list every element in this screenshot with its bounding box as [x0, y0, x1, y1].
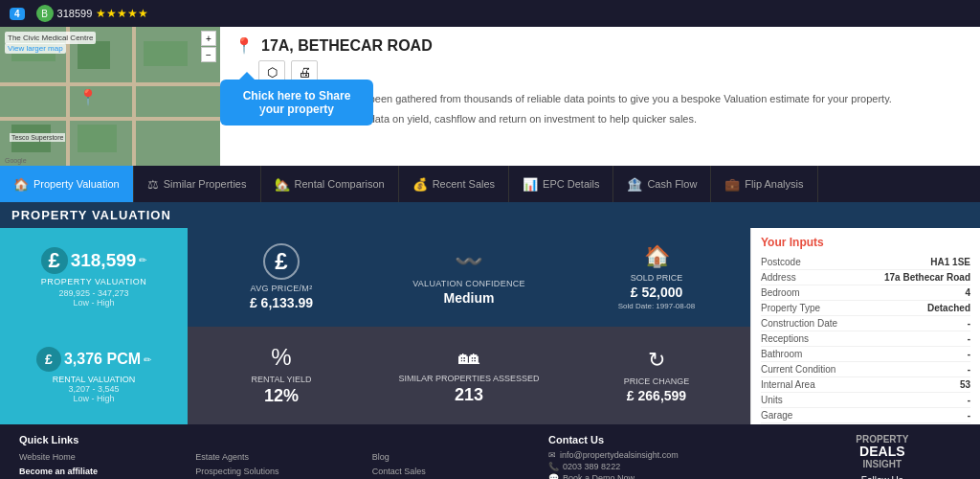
price-change-icon: ↻: [648, 348, 665, 373]
tab-cash-flow-label: Cash Flow: [647, 178, 697, 190]
inputs-field-bathroom: Bathroom -: [761, 347, 970, 362]
postcode-label: Postcode: [761, 257, 801, 267]
receptions-value: -: [968, 333, 970, 344]
sold-date: Sold Date: 1997-08-08: [618, 302, 696, 310]
brand-name2: DEALS: [804, 445, 961, 459]
arrow-up-icon: ↑: [256, 96, 266, 118]
tab-rental-comparison-label: Rental Comparison: [295, 178, 385, 190]
sold-house-icon: 🏠: [644, 244, 670, 269]
tab-similar-properties[interactable]: ⚖ Similar Properties: [134, 166, 261, 202]
footer-col2: Estate Agents Prospecting Solutions Prop…: [195, 434, 352, 479]
footer-link-estate[interactable]: Estate Agents: [195, 450, 352, 465]
avg-pound-icon: £: [263, 243, 300, 280]
confidence-label: VALUATION CONFIDENCE: [412, 279, 525, 288]
property-info-panel: 📍 17A, BETHECAR ROAD ⬡ 🖨 ↑ Chick here to…: [220, 27, 980, 166]
tab-recent-sales-label: Recent Sales: [433, 178, 495, 190]
footer-link-contact-sales[interactable]: Contact Sales: [372, 465, 529, 479]
contact-demo[interactable]: 💬 Book a Demo Now: [548, 473, 785, 479]
rental-yield-card: % RENTAL YIELD 12%: [188, 327, 375, 425]
similar-label: SIMILAR PROPERTIES ASSESSED: [399, 374, 540, 383]
tab-cash-flow[interactable]: 🏦 Cash Flow: [613, 166, 711, 202]
phone-value: 0203 389 8222: [563, 462, 620, 471]
inputs-field-units: Units -: [761, 393, 970, 408]
pv-range: 289,925 - 347,273: [58, 288, 128, 298]
rv-low-high: Low - High: [73, 394, 114, 403]
address-label: Address: [761, 272, 796, 283]
construction-label: Construction Date: [761, 318, 837, 329]
condition-label: Current Condition: [761, 364, 835, 375]
id-item: B 318599 ★★★★★: [36, 5, 149, 22]
tab-epc-details[interactable]: 📊 EPC Details: [509, 166, 613, 202]
epc-icon: 📊: [523, 177, 538, 192]
footer-link-website[interactable]: Website Home: [19, 450, 176, 465]
footer-col3: Blog Contact Sales Policies Press Data S…: [372, 434, 529, 479]
footer-link-prospecting[interactable]: Prospecting Solutions: [195, 465, 352, 479]
yield-value: 12%: [264, 386, 299, 406]
email-value: info@propertydealsinsight.com: [560, 450, 679, 460]
map-pin: 📍: [78, 87, 98, 105]
yield-label: RENTAL YIELD: [252, 375, 312, 384]
footer-col3-title: [372, 434, 529, 445]
tab-recent-sales[interactable]: 💰 Recent Sales: [399, 166, 509, 202]
green-badge: B: [36, 5, 54, 22]
email-icon: ✉: [548, 450, 556, 460]
confidence-value: Medium: [444, 290, 495, 306]
map-container[interactable]: 📍 The Civic Medical Centre View larger m…: [0, 27, 220, 166]
property-address: 17A, BETHECAR ROAD: [261, 37, 433, 55]
rv-range: 3,207 - 3,545: [68, 384, 119, 394]
tab-similar-properties-label: Similar Properties: [164, 178, 247, 190]
rv-value-row: £ 3,376 PCM ✏: [36, 347, 151, 372]
address-row: 📍 17A, BETHECAR ROAD: [234, 36, 966, 55]
rv-label: RENTAL VALUATION: [53, 375, 136, 384]
tab-property-valuation[interactable]: 🏠 Property Valuation: [0, 166, 134, 202]
footer-brand: PROPERTY DEALS INSIGHT Follow Us f t in …: [804, 434, 961, 479]
demo-value: Book a Demo Now: [563, 473, 635, 479]
map-controls[interactable]: + −: [201, 31, 216, 62]
pv-value: 318,599: [71, 250, 137, 271]
view-larger-map-link[interactable]: View larger map: [5, 43, 66, 54]
garage-value: -: [968, 410, 970, 421]
internal-label: Internal Area: [761, 379, 815, 390]
tab-flip-analysis[interactable]: 💼 Flip Analysis: [711, 166, 817, 202]
badge-item: 4: [10, 8, 25, 20]
cash-flow-icon: 🏦: [627, 177, 642, 192]
rv-value: 3,376 PCM: [64, 351, 141, 368]
construction-value: -: [968, 318, 970, 329]
internal-value: 53: [960, 379, 970, 390]
zoom-out-btn[interactable]: −: [201, 47, 216, 62]
follow-us-label: Follow Us: [804, 475, 961, 479]
avg-value-row: £ 6,133.99: [250, 295, 313, 310]
inputs-field-parking: Parking -: [761, 423, 970, 424]
pv-edit-icon[interactable]: ✏: [139, 255, 146, 265]
zoom-in-btn[interactable]: +: [201, 31, 216, 46]
footer-col2-title: [195, 434, 352, 445]
inputs-field-construction: Construction Date -: [761, 316, 970, 331]
garage-label: Garage: [761, 410, 792, 421]
brand-logo: PROPERTY DEALS INSIGHT: [804, 434, 961, 469]
footer-link-affiliate[interactable]: Become an affiliate: [19, 465, 176, 479]
navigation-tabs: 🏠 Property Valuation ⚖ Similar Propertie…: [0, 166, 980, 202]
inputs-field-internal: Internal Area 53: [761, 377, 970, 393]
rv-edit-icon[interactable]: ✏: [144, 354, 151, 365]
contact-phone[interactable]: 📞 0203 389 8222: [548, 462, 785, 471]
main-content-area: £ 318,599 ✏ PROPERTY VALUATION 289,925 -…: [0, 228, 980, 424]
your-inputs-title: Your Inputs: [761, 236, 970, 249]
inputs-field-proptype: Property Type Detached: [761, 301, 970, 316]
confidence-icon: 〰️: [455, 248, 483, 275]
inputs-field-postcode: Postcode HA1 1SE: [761, 255, 970, 270]
contact-email[interactable]: ✉ info@propertydealsinsight.com: [548, 450, 785, 460]
tab-flip-analysis-label: Flip Analysis: [745, 178, 803, 190]
footer-link-blog[interactable]: Blog: [372, 450, 529, 465]
tab-rental-comparison[interactable]: 🏡 Rental Comparison: [261, 166, 399, 202]
condition-value: -: [968, 364, 970, 375]
google-label: Google: [5, 157, 27, 164]
property-valuation-icon: 🏠: [13, 177, 29, 192]
pv-label: PROPERTY VALUATION: [41, 277, 146, 286]
price-change-card: ↻ PRICE CHANGE £ 266,599: [563, 327, 750, 425]
pv-pound-icon: £: [41, 247, 68, 274]
share-tooltip[interactable]: Chick here to Share your property: [220, 80, 373, 125]
rv-pound-icon: £: [36, 347, 61, 372]
map-property-section: 📍 The Civic Medical Centre View larger m…: [0, 27, 980, 166]
avg-price-card: £ AVG PRICE/M² £ 6,133.99: [188, 228, 375, 327]
cards-grid: £ 318,599 ✏ PROPERTY VALUATION 289,925 -…: [0, 228, 750, 424]
